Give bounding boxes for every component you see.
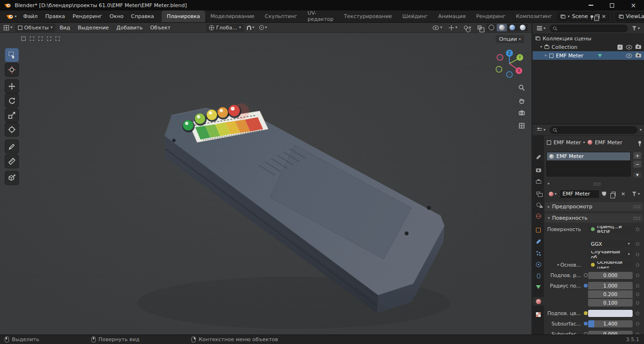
tool-annotate[interactable] [5, 139, 19, 154]
tool-measure[interactable] [5, 154, 19, 168]
tab-object-data[interactable] [534, 283, 543, 291]
outliner-filter-button[interactable]: ▾ [630, 25, 642, 31]
tab-tool[interactable] [534, 153, 543, 161]
axis-neg-z-handle[interactable] [507, 72, 513, 78]
menu-render[interactable]: Рендеринг [69, 13, 106, 19]
properties-search-input[interactable] [550, 126, 637, 134]
properties-editor-type-button[interactable]: ▾ [535, 127, 547, 133]
checkbox-icon[interactable]: ✓ [617, 45, 623, 50]
surface-shader-button[interactable]: Принц...й BSDF [588, 226, 633, 233]
decorator-dot[interactable] [636, 312, 639, 315]
decorator-dot[interactable] [636, 253, 639, 256]
tab-texture[interactable] [534, 310, 543, 319]
tool-select-box[interactable] [5, 48, 19, 62]
camera-view-button[interactable] [517, 108, 527, 118]
axis-neg-x-handle[interactable] [497, 55, 503, 61]
panel-grip[interactable] [633, 216, 640, 220]
decorator-dot[interactable] [636, 242, 639, 246]
scene-selector[interactable]: ▾ Scene × [557, 12, 609, 21]
shading-material-button[interactable] [507, 24, 517, 31]
eye-icon[interactable] [626, 54, 632, 58]
menu-file[interactable]: Файл [19, 13, 41, 19]
tab-output[interactable] [534, 177, 543, 186]
slot-specials-button[interactable]: ▾ [633, 172, 642, 178]
eye-icon[interactable] [626, 45, 632, 49]
workspace-tab-rendering[interactable]: Рендеринг [471, 10, 511, 22]
breadcrumb-object[interactable]: EMF Meter [553, 139, 581, 146]
tool-scale[interactable] [5, 108, 19, 122]
decorator-dot[interactable] [636, 274, 639, 277]
tab-material[interactable] [533, 297, 544, 306]
decorator-dot[interactable] [636, 263, 639, 267]
tab-object[interactable] [534, 226, 543, 234]
disclosure-triangle-icon[interactable]: ▾ [540, 45, 542, 49]
tab-physics[interactable] [534, 260, 543, 269]
select-mode-intersect[interactable] [54, 35, 61, 42]
tab-render[interactable] [534, 166, 543, 175]
decorator-dot[interactable] [636, 322, 639, 325]
new-material-button[interactable] [609, 190, 618, 198]
unlink-material-button[interactable]: × [619, 190, 627, 198]
tool-rotate[interactable] [5, 93, 19, 108]
workspace-tab-texture-paint[interactable]: Текстурирование [339, 10, 397, 22]
tool-add-cube[interactable] [5, 171, 19, 185]
duplicate-icon[interactable] [596, 14, 599, 19]
radius-value-2[interactable]: 0.100 [588, 299, 633, 307]
select-mode-subtract[interactable] [37, 35, 44, 42]
radius-value-0[interactable]: 1.000 [588, 282, 633, 289]
xray-toggle[interactable] [476, 25, 483, 30]
decorator-dot[interactable] [636, 228, 639, 231]
decorator-dot[interactable] [636, 293, 639, 296]
tab-modifiers[interactable] [534, 237, 543, 246]
camera-icon[interactable] [635, 45, 641, 49]
outliner-search-input[interactable] [550, 25, 628, 32]
outliner-row-collection[interactable]: ▾ Collection ✓ [533, 43, 644, 51]
snap-toggle[interactable]: ▾ [245, 25, 256, 31]
navigation-gizmo[interactable]: Z Y X [495, 48, 526, 79]
workspace-tab-animation[interactable]: Анимация [433, 10, 471, 22]
workspace-tab-sculpting[interactable]: Скульптинг [260, 10, 302, 22]
workspace-tab-shading[interactable]: Шейдинг [397, 10, 433, 22]
zoom-button[interactable] [517, 83, 527, 93]
disclosure-triangle-icon[interactable]: ▸ [545, 54, 547, 57]
tool-cursor[interactable] [5, 63, 19, 77]
fake-user-button[interactable] [600, 190, 608, 198]
proportional-edit-toggle[interactable]: ▾ [257, 24, 269, 31]
menu-help[interactable]: Справка [127, 13, 158, 19]
tab-constraints[interactable] [534, 271, 543, 280]
gizmos-dropdown[interactable]: ▾ [447, 24, 459, 31]
transform-orientation-dropdown[interactable]: Глоба... ▾ [206, 24, 244, 32]
remove-slot-button[interactable]: − [633, 160, 642, 168]
material-filter-button[interactable]: ▾ [630, 191, 642, 197]
menu-edit[interactable]: Правка [41, 13, 69, 19]
panel-surface[interactable]: ▾ Поверхность [545, 214, 643, 223]
tab-view-layer[interactable] [534, 189, 543, 197]
close-button[interactable]: × [623, 0, 644, 10]
workspace-tab-compositing[interactable]: Композитинг [511, 10, 557, 22]
browse-material-button[interactable]: ▾ [546, 190, 559, 198]
viewport-options-button[interactable]: Опции ▾ [496, 35, 524, 43]
tab-world[interactable] [534, 212, 543, 220]
workspace-tab-modeling[interactable]: Моделирование [205, 10, 260, 22]
panel-grip[interactable] [633, 205, 640, 208]
menu-add[interactable]: Добавить [113, 25, 146, 31]
menu-select[interactable]: Выделение [74, 25, 112, 31]
radius-value-1[interactable]: 0.200 [588, 290, 633, 298]
tab-scene[interactable] [534, 200, 543, 209]
shading-solid-button[interactable] [497, 24, 507, 31]
material-slot-row[interactable]: EMF Meter [547, 152, 630, 160]
pin-icon[interactable] [638, 141, 641, 144]
subsurface-ior-field[interactable]: 1.400 [588, 320, 633, 327]
sss-method-dropdown[interactable]: Случайный об... ▾ [588, 251, 633, 258]
view-layer-selector[interactable]: ViewLayer × [616, 12, 644, 21]
menu-view[interactable]: Вид [56, 25, 73, 31]
select-mode-invert[interactable] [45, 35, 53, 42]
editor-type-button[interactable]: ▾ [2, 24, 14, 31]
outliner-row-scene-collection[interactable]: Коллекция сцены [533, 34, 644, 43]
object-visibility-dropdown[interactable]: ▾ [431, 25, 444, 31]
shading-rendered-button[interactable] [517, 24, 528, 31]
subsurface-anisotropy-field[interactable]: 0.000 [588, 331, 633, 335]
chevron-right-icon[interactable]: ▸ [557, 263, 559, 267]
pin-icon[interactable] [590, 15, 593, 18]
tool-move[interactable] [5, 79, 19, 93]
